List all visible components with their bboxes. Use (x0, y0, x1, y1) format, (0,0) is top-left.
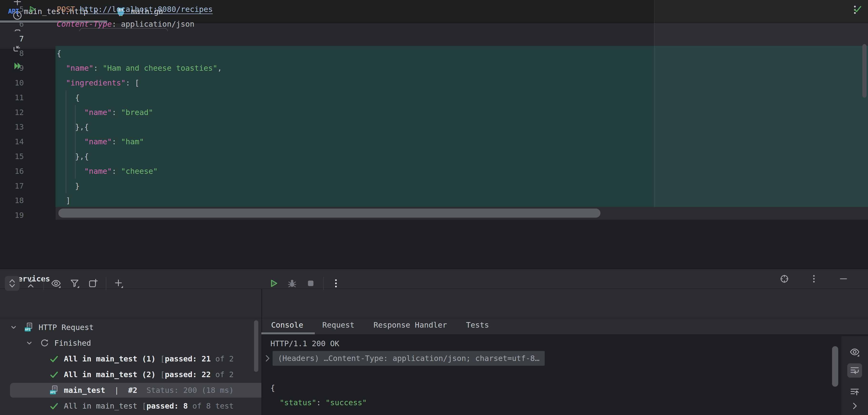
tree-row-text: Status: 200 (18 ms) (137, 386, 234, 395)
chevron-right-button[interactable] (847, 399, 862, 413)
filter-icon[interactable] (69, 278, 80, 289)
console-token: "success" (326, 398, 367, 407)
toolbar-separator (106, 277, 106, 290)
check-icon (49, 369, 60, 380)
tab-console[interactable]: Console (271, 318, 303, 332)
line-number: 14 (0, 134, 24, 149)
tree-row[interactable]: All in main_test [passed: 8 of 8 test (0, 398, 261, 414)
add-dropdown-icon[interactable] (113, 278, 124, 289)
expand-all-icon[interactable] (7, 278, 18, 289)
line-number: 16 (0, 164, 24, 179)
collapse-all-icon[interactable] (25, 278, 36, 289)
services-tool-window: Services APIHTTP RequestFinishedAll in m… (0, 268, 868, 415)
horizontal-scrollbar-thumb[interactable] (58, 209, 600, 218)
response-console[interactable]: HTTP/1.1 200 OK(Headers) …Content-Type: … (262, 334, 868, 415)
active-tab-underline (261, 332, 315, 334)
soft-wrap-icon[interactable] (849, 365, 860, 376)
http-request-editor[interactable]: 5POST http://localhost:8080/recipes6Cont… (0, 49, 868, 268)
tree-row[interactable]: APIHTTP Request (0, 320, 261, 335)
scroll-top-button[interactable] (847, 385, 862, 399)
folded-region-text[interactable]: (Headers) …Content-Type: application/jso… (273, 351, 545, 366)
tree-row[interactable]: APImain_test | #1 Status: 200 (… (0, 414, 261, 415)
open-in-new-tab-icon[interactable] (88, 278, 99, 289)
line-number: 8 (0, 49, 24, 61)
eye-icon[interactable] (51, 278, 61, 289)
scroll-top-icon[interactable] (849, 386, 860, 397)
tree-row-text: [ (142, 402, 147, 411)
services-header-icons (777, 272, 868, 286)
tree-row-text: passed: 22 (165, 370, 211, 379)
eye-button[interactable] (49, 276, 63, 291)
code-token: : (112, 108, 121, 117)
tree-row-text: of 2 (211, 354, 234, 363)
code-token (57, 64, 66, 73)
bug-button[interactable] (285, 276, 300, 291)
tab-tests[interactable]: Tests (466, 318, 489, 332)
chevron-right-icon[interactable] (849, 401, 860, 411)
collapse-all-button[interactable] (23, 276, 38, 291)
tree-row-text: | (105, 386, 128, 395)
eye-icon[interactable] (849, 346, 860, 357)
services-run-toolbar (266, 269, 347, 297)
tab-request[interactable]: Request (322, 318, 354, 332)
check-icon (49, 353, 60, 364)
kebab-bright-icon[interactable] (331, 278, 341, 289)
crosshair-icon[interactable] (779, 274, 789, 284)
code-line: ] (57, 193, 70, 208)
play-icon[interactable] (268, 278, 279, 289)
minimize-icon[interactable] (838, 274, 848, 284)
check-icon (49, 401, 60, 411)
toolbar-separator (43, 277, 44, 290)
tree-scrollbar-thumb[interactable] (254, 320, 258, 372)
code-line: "name": "Ham and cheese toasties", (57, 61, 222, 75)
line-number: 9 (0, 61, 24, 75)
stop-button[interactable] (303, 276, 318, 291)
code-token: },{ (57, 152, 89, 161)
kebab-button[interactable] (807, 272, 821, 286)
expand-all-button[interactable] (5, 276, 20, 291)
stop-icon[interactable] (305, 278, 316, 289)
crosshair-button[interactable] (777, 272, 792, 286)
tree-row-selected[interactable]: APImain_test | #2 Status: 200 (18 ms) (0, 382, 261, 398)
tree-row-text: #2 (128, 386, 137, 395)
line-number: 15 (0, 149, 24, 164)
bug-icon[interactable] (287, 278, 298, 289)
console-folded-headers[interactable]: (Headers) …Content-Type: application/jso… (273, 351, 545, 366)
console-scrollbar-thumb[interactable] (832, 346, 838, 387)
code-token (57, 137, 84, 146)
open-in-new-tab-button[interactable] (86, 276, 100, 291)
filter-button[interactable] (67, 276, 82, 291)
code-token: "ham" (121, 137, 144, 146)
console-line: HTTP/1.1 200 OK (271, 336, 339, 351)
line-number: 13 (0, 120, 24, 134)
svg-text:API: API (25, 328, 31, 331)
code-token (57, 78, 66, 87)
svg-text:API: API (50, 390, 56, 394)
console-line: { (271, 381, 275, 395)
eye-button[interactable] (847, 345, 862, 359)
tree-row-text: passed: 21 (165, 354, 211, 363)
kebab-bright-button[interactable] (329, 276, 343, 291)
add-dropdown-button[interactable] (111, 276, 126, 291)
tab-response-handler[interactable]: Response Handler (374, 318, 447, 332)
tree-row[interactable]: All in main_test (1) [passed: 21 of 2 (0, 351, 261, 367)
play-button[interactable] (266, 276, 281, 291)
tree-row-text: passed: 8 (147, 402, 188, 411)
tree-row[interactable]: All in main_test (2) [passed: 22 of 2 (0, 367, 261, 382)
code-token: { (57, 93, 80, 102)
tree-row[interactable]: Finished (0, 335, 261, 351)
minimize-button[interactable] (836, 272, 851, 286)
vertical-scrollbar-thumb[interactable] (862, 49, 867, 98)
tree-row-text: of 8 test (188, 402, 234, 411)
soft-wrap-button[interactable] (847, 363, 862, 378)
chevron-down-icon[interactable] (24, 338, 35, 349)
code-line: "ingredients": [ (57, 75, 140, 90)
kebab-icon[interactable] (809, 274, 819, 284)
chevron-down-icon[interactable] (8, 322, 19, 333)
right-margin-zone (654, 49, 868, 208)
code-token: : (112, 137, 121, 146)
code-token: },{ (57, 122, 89, 131)
code-token: } (57, 182, 80, 190)
fold-expand-chevron-icon[interactable] (262, 353, 273, 364)
code-token (57, 167, 84, 176)
